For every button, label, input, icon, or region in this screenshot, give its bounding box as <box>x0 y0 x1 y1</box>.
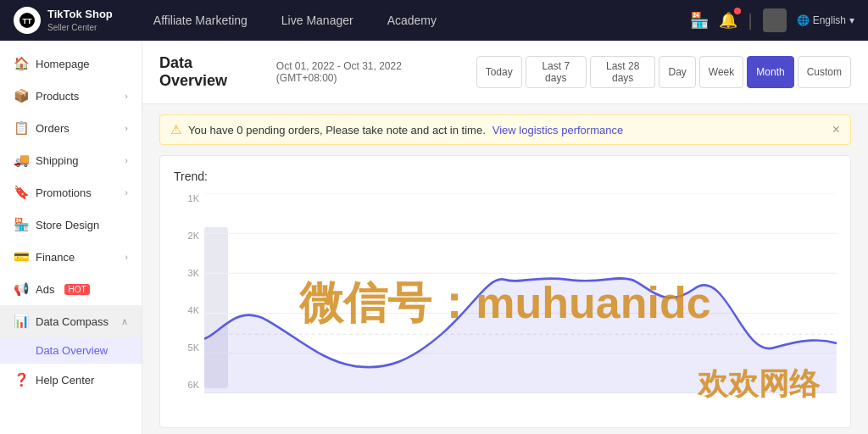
home-icon: 🏠 <box>14 56 29 71</box>
alert-icon: ⚠ <box>170 122 181 137</box>
promotions-icon: 🔖 <box>14 185 29 200</box>
promotions-chevron: › <box>125 187 128 198</box>
sidebar-sub-data-overview[interactable]: Data Overview <box>0 337 142 364</box>
time-btn-custom[interactable]: Custom <box>798 56 851 88</box>
sidebar-item-store-design[interactable]: 🏪 Store Design <box>0 209 142 241</box>
nav-academy[interactable]: Academy <box>381 10 443 31</box>
content-header: Data Overview Oct 01, 2022 - Oct 31, 202… <box>142 41 868 104</box>
shop-icon[interactable]: 🏪 <box>690 11 709 30</box>
y-label-2k: 2K <box>174 231 204 241</box>
sidebar-item-products[interactable]: 📦 Products › <box>0 80 142 112</box>
chart-title: Trend: <box>174 170 837 183</box>
chart-container: 6K 5K 4K 3K 2K 1K <box>174 193 837 414</box>
alert-link[interactable]: View logistics performance <box>492 124 623 136</box>
logo[interactable]: TT TikTok Shop Seller Center <box>14 7 113 34</box>
line-chart <box>204 193 837 393</box>
sidebar-item-orders[interactable]: 📋 Orders › <box>0 112 142 144</box>
top-navigation: TT TikTok Shop Seller Center Affiliate M… <box>0 0 868 41</box>
chart-y-labels: 6K 5K 4K 3K 2K 1K <box>174 193 204 393</box>
sidebar-item-promotions[interactable]: 🔖 Promotions › <box>0 176 142 209</box>
finance-icon: 💳 <box>14 249 29 264</box>
main-layout: 🏠 Homepage 📦 Products › 📋 Orders › 🚚 Shi… <box>0 41 868 434</box>
data-compass-chevron: ∧ <box>121 316 128 327</box>
alert-close-button[interactable]: × <box>832 122 840 137</box>
notification-bell[interactable]: 🔔 <box>719 11 737 30</box>
globe-icon: 🌐 <box>797 14 810 26</box>
time-btn-month[interactable]: Month <box>747 56 793 88</box>
logo-text: TikTok Shop Seller Center <box>47 8 113 33</box>
orders-icon: 📋 <box>14 120 29 136</box>
finance-chevron: › <box>125 252 128 262</box>
svg-text:TT: TT <box>23 17 32 25</box>
products-chevron: › <box>125 91 128 101</box>
shipping-chevron: › <box>125 155 128 165</box>
alert-banner: ⚠ You have 0 pending orders, Please take… <box>159 114 851 145</box>
store-design-icon: 🏪 <box>14 217 29 232</box>
notification-badge <box>734 8 741 14</box>
time-btn-today[interactable]: Today <box>476 56 522 88</box>
data-compass-icon: 📊 <box>14 314 29 329</box>
main-content: Data Overview Oct 01, 2022 - Oct 31, 202… <box>142 41 868 434</box>
time-btn-day[interactable]: Day <box>659 56 695 88</box>
y-label-6k: 6K <box>174 380 204 390</box>
y-label-1k: 1K <box>174 193 204 203</box>
time-btn-last28[interactable]: Last 28 days <box>590 56 656 88</box>
time-btn-last7[interactable]: Last 7 days <box>526 56 587 88</box>
time-filter-group: Today Last 7 days Last 28 days Day Week … <box>476 56 851 88</box>
sidebar-item-ads[interactable]: 📢 Ads HOT <box>0 273 142 305</box>
y-label-5k: 5K <box>174 342 204 353</box>
ads-icon: 📢 <box>14 281 29 297</box>
chart-section: Trend: 6K 5K 4K 3K 2K 1K <box>159 155 851 428</box>
orders-chevron: › <box>125 123 128 133</box>
language-selector[interactable]: 🌐 English ▾ <box>797 14 854 26</box>
nav-right-section: 🏪 🔔 | 🌐 English ▾ <box>690 8 854 32</box>
hot-badge: HOT <box>64 284 89 295</box>
sidebar: 🏠 Homepage 📦 Products › 📋 Orders › 🚚 Shi… <box>0 41 142 434</box>
sidebar-item-homepage[interactable]: 🏠 Homepage <box>0 47 142 80</box>
y-label-3k: 3K <box>174 268 204 278</box>
sidebar-item-help-center[interactable]: ❓ Help Center <box>0 364 142 396</box>
logo-icon: TT <box>14 7 41 34</box>
nav-affiliate-marketing[interactable]: Affiliate Marketing <box>147 10 254 31</box>
time-btn-week[interactable]: Week <box>699 56 743 88</box>
user-avatar[interactable] <box>763 8 787 32</box>
y-label-4k: 4K <box>174 305 204 315</box>
divider-bar: | <box>748 11 752 31</box>
sidebar-item-finance[interactable]: 💳 Finance › <box>0 241 142 273</box>
help-icon: ❓ <box>14 372 29 387</box>
nav-live-manager[interactable]: Live Manager <box>275 10 360 31</box>
shipping-icon: 🚚 <box>14 153 29 168</box>
date-range: Oct 01, 2022 - Oct 31, 2022 (GMT+08:00) <box>276 60 456 84</box>
sidebar-item-shipping[interactable]: 🚚 Shipping › <box>0 144 142 176</box>
sidebar-item-data-compass[interactable]: 📊 Data Compass ∧ <box>0 305 142 337</box>
alert-message: You have 0 pending orders, Please take n… <box>188 124 486 136</box>
page-title: Data Overview <box>159 54 259 90</box>
products-icon: 📦 <box>14 88 29 103</box>
